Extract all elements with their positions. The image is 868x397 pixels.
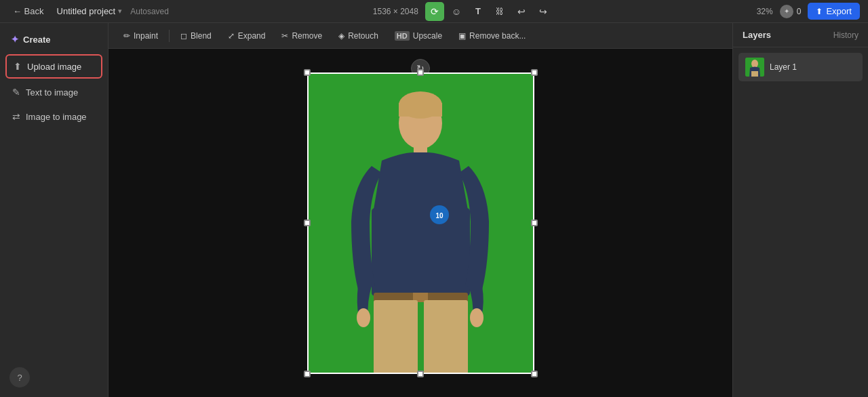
generate-tool-button[interactable]: ⟳ bbox=[425, 2, 444, 21]
create-label: Create bbox=[23, 35, 50, 45]
image-to-image-label: Image to image bbox=[26, 112, 87, 122]
topbar-tools: ⟳ ☺ T ⛓ ↩ ↪ bbox=[425, 2, 553, 21]
inpaint-tool[interactable]: ✏ Inpaint bbox=[117, 28, 165, 44]
handle-bottom-right[interactable] bbox=[531, 371, 538, 377]
remove-bg-icon: ▣ bbox=[458, 31, 466, 41]
ai-icon: ✦ bbox=[780, 5, 793, 18]
panel-header: Layers History bbox=[733, 23, 868, 47]
handle-bottom-left[interactable] bbox=[304, 371, 311, 377]
ai-count: ✦ 0 bbox=[780, 5, 802, 18]
inpaint-icon: ✏ bbox=[123, 31, 130, 41]
layer-name-label: Layer 1 bbox=[770, 62, 797, 72]
export-icon: ⬆ bbox=[816, 7, 823, 16]
image-to-image-icon: ⇄ bbox=[12, 111, 20, 122]
svg-rect-16 bbox=[751, 71, 755, 77]
upload-image-label: Upload image bbox=[27, 62, 81, 72]
svg-rect-3 bbox=[372, 208, 470, 296]
svg-rect-17 bbox=[755, 71, 758, 77]
handle-bottom-center[interactable] bbox=[417, 371, 424, 377]
project-caret-icon: ▾ bbox=[118, 7, 122, 16]
svg-rect-13 bbox=[399, 103, 442, 117]
handle-middle-left[interactable] bbox=[304, 220, 311, 226]
remove-label: Remove bbox=[292, 31, 322, 41]
project-name-label: Untitled project bbox=[57, 6, 116, 16]
toolbar-divider-1 bbox=[169, 30, 170, 42]
retouch-tool[interactable]: ◈ Retouch bbox=[332, 28, 385, 44]
retouch-label: Retouch bbox=[348, 31, 378, 41]
right-panel: Layers History Layer 1 bbox=[732, 23, 868, 397]
undo-button[interactable]: ↩ bbox=[512, 2, 531, 21]
link-tool-button[interactable]: ⛓ bbox=[490, 2, 509, 21]
back-button[interactable]: ← Back bbox=[8, 4, 49, 18]
layer-thumbnail bbox=[745, 58, 764, 77]
redo-button[interactable]: ↪ bbox=[534, 2, 553, 21]
svg-point-4 bbox=[357, 308, 370, 327]
handle-top-left[interactable] bbox=[304, 69, 311, 76]
create-header: ✦ Create bbox=[5, 30, 102, 49]
main-area: ✦ Create ⬆ Upload image ✎ Text to image … bbox=[0, 23, 868, 397]
upscale-label: Upscale bbox=[413, 31, 442, 41]
blend-label: Blend bbox=[191, 31, 212, 41]
blend-tool[interactable]: ◻ Blend bbox=[174, 28, 218, 44]
emoji-tool-button[interactable]: ☺ bbox=[447, 2, 466, 21]
handle-top-center[interactable] bbox=[417, 69, 424, 76]
text-tool-button[interactable]: T bbox=[469, 2, 488, 21]
svg-rect-9 bbox=[424, 300, 468, 374]
layers-title: Layers bbox=[743, 30, 771, 40]
handle-middle-right[interactable] bbox=[531, 220, 538, 226]
blend-icon: ◻ bbox=[180, 31, 187, 41]
canvas-size-label: 1536 × 2048 bbox=[373, 7, 418, 16]
handle-top-right[interactable] bbox=[531, 69, 538, 76]
layer-thumb-svg bbox=[745, 58, 764, 77]
help-button[interactable]: ? bbox=[9, 367, 30, 388]
text-to-image-label: Text to image bbox=[26, 87, 78, 98]
create-sparkle-icon: ✦ bbox=[11, 34, 19, 45]
remove-bg-tool[interactable]: ▣ Remove back... bbox=[452, 28, 532, 44]
canvas-viewport[interactable]: ↻ bbox=[108, 49, 732, 397]
topbar-right: 32% ✦ 0 ⬆ Export bbox=[757, 3, 860, 20]
export-label: Export bbox=[826, 6, 852, 16]
remove-bg-label: Remove back... bbox=[469, 31, 526, 41]
svg-point-15 bbox=[751, 60, 758, 68]
expand-icon: ⤢ bbox=[228, 31, 235, 41]
project-name[interactable]: Untitled project ▾ bbox=[57, 6, 123, 16]
expand-tool[interactable]: ⤢ Expand bbox=[221, 28, 273, 44]
left-sidebar: ✦ Create ⬆ Upload image ✎ Text to image … bbox=[0, 23, 108, 397]
upscale-tool[interactable]: HD Upscale bbox=[388, 28, 449, 44]
export-button[interactable]: ⬆ Export bbox=[808, 3, 860, 20]
topbar: ← Back Untitled project ▾ Autosaved 1536… bbox=[0, 0, 868, 23]
layer-item[interactable]: Layer 1 bbox=[738, 53, 863, 81]
sidebar-item-text-to-image[interactable]: ✎ Text to image bbox=[5, 81, 102, 103]
upload-icon: ⬆ bbox=[14, 61, 22, 72]
zoom-level[interactable]: 32% bbox=[757, 7, 773, 16]
history-tab[interactable]: History bbox=[833, 30, 859, 40]
topbar-center: 1536 × 2048 ⟳ ☺ T ⛓ ↩ ↪ bbox=[373, 2, 553, 21]
sidebar-item-upload-image[interactable]: ⬆ Upload image bbox=[5, 54, 102, 79]
remove-icon: ✂ bbox=[281, 31, 288, 41]
text-to-image-icon: ✎ bbox=[12, 87, 20, 98]
canvas-image: 10 bbox=[307, 72, 534, 374]
svg-text:10: 10 bbox=[435, 212, 443, 220]
retouch-icon: ◈ bbox=[338, 31, 344, 41]
topbar-left: ← Back Untitled project ▾ Autosaved bbox=[8, 4, 169, 18]
image-container: ↻ bbox=[307, 72, 534, 374]
upscale-icon: HD bbox=[395, 31, 410, 41]
svg-rect-8 bbox=[374, 300, 418, 374]
canvas-toolbar: ✏ Inpaint ◻ Blend ⤢ Expand ✂ Remove ◈ Re… bbox=[108, 23, 732, 49]
canvas-svg: 10 bbox=[307, 72, 534, 374]
expand-label: Expand bbox=[238, 31, 266, 41]
svg-point-5 bbox=[470, 308, 484, 327]
autosaved-status: Autosaved bbox=[130, 7, 169, 16]
canvas-area: ✏ Inpaint ◻ Blend ⤢ Expand ✂ Remove ◈ Re… bbox=[108, 23, 732, 397]
remove-tool[interactable]: ✂ Remove bbox=[275, 28, 329, 44]
sidebar-item-image-to-image[interactable]: ⇄ Image to image bbox=[5, 106, 102, 127]
inpaint-label: Inpaint bbox=[134, 31, 158, 41]
ai-count-value: 0 bbox=[797, 7, 802, 16]
